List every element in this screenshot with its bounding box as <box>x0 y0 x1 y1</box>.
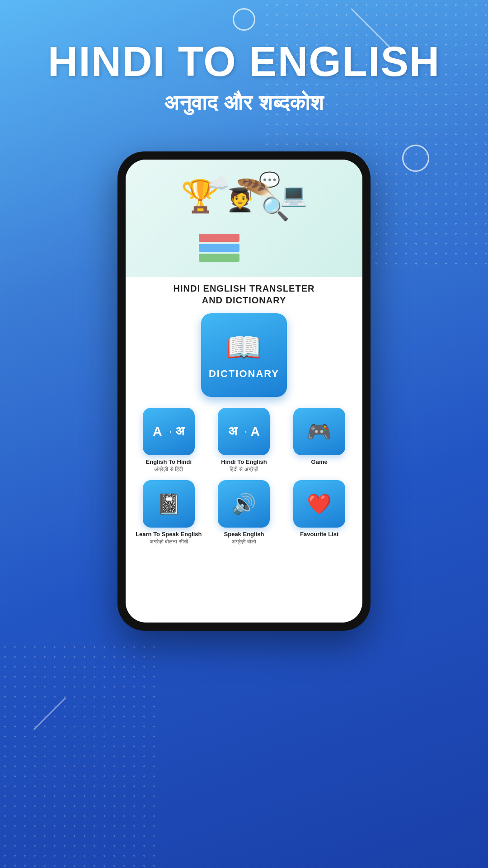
game-label: Game <box>311 458 328 466</box>
app-title-inner: HINDI ENGLISH TRANSLETER AND DICTIONARY <box>164 277 324 309</box>
english-to-hindi-button[interactable]: A → अ <box>143 408 195 455</box>
game-icon: 🎮 <box>307 420 332 443</box>
english-to-hindi-label: English To Hindi <box>146 458 192 466</box>
learn-to-speak-label: Learn To Speak English <box>136 531 202 538</box>
feature-learn-to-speak: 📓 Learn To Speak English अंग्रेज़ी बोलना… <box>135 480 203 545</box>
books-stack <box>199 234 239 264</box>
scene-container: 🏆 ☁️ 💬 🧑‍🎓 🪶 🔍 💻 <box>172 169 316 268</box>
app-title-text: HINDI ENGLISH TRANSLETER AND DICTIONARY <box>174 283 315 306</box>
hindi-to-english-icon: अ → A <box>228 424 260 439</box>
feature-favourite-list: ❤️ Favourite List <box>285 480 353 545</box>
speak-english-button[interactable]: 🔊 <box>218 480 270 528</box>
dict-btn-container: 📖 DICTIONARY <box>201 313 287 397</box>
learn-to-speak-button[interactable]: 📓 <box>143 480 195 528</box>
dict-book-icon: 📖 <box>226 330 262 364</box>
feature-game: 🎮 Game <box>285 408 353 473</box>
feature-hindi-to-english: अ → A Hindi To English हिंदी से अंग्रेज़… <box>210 408 278 473</box>
phone-screen: 🏆 ☁️ 💬 🧑‍🎓 🪶 🔍 💻 <box>126 160 362 623</box>
phone-frame: 🏆 ☁️ 💬 🧑‍🎓 🪶 🔍 💻 <box>117 151 371 631</box>
english-to-hindi-sublabel: अंग्रेज़ी से हिंदी <box>154 466 183 473</box>
subtitle: अनुवाद और शब्दकोश <box>0 90 488 115</box>
hindi-to-english-label: Hindi To English <box>221 458 267 466</box>
hindi-to-english-sublabel: हिंदी से अंग्रेज़ी <box>230 466 258 473</box>
dictionary-label: DICTIONARY <box>209 368 279 380</box>
speaker-icon: 🔊 <box>231 492 256 516</box>
dictionary-button[interactable]: 📖 DICTIONARY <box>201 313 287 397</box>
feature-speak-english: 🔊 Speak English अंग्रेज़ी बोलो <box>210 480 278 545</box>
main-title: HINDI TO ENGLISH <box>0 41 488 82</box>
favourite-list-button[interactable]: ❤️ <box>293 480 345 528</box>
feature-grid: A → अ English To Hindi अंग्रेज़ी से हिंद… <box>126 397 362 550</box>
heart-icon: ❤️ <box>307 492 332 516</box>
game-button[interactable]: 🎮 <box>293 408 345 455</box>
header-section: HINDI TO ENGLISH अनुवाद और शब्दकोश <box>0 0 488 115</box>
hindi-to-english-button[interactable]: अ → A <box>218 408 270 455</box>
dots-pattern-bottom <box>0 642 158 868</box>
person-laptop-icon: 💻 <box>280 182 307 208</box>
speak-english-label: Speak English <box>224 531 264 538</box>
favourite-list-label: Favourite List <box>300 531 338 538</box>
feature-english-to-hindi: A → अ English To Hindi अंग्रेज़ी से हिंद… <box>135 408 203 473</box>
learn-to-speak-sublabel: अंग्रेज़ी बोलना सीखें <box>150 538 188 546</box>
learn-book-icon: 📓 <box>156 492 181 516</box>
phone-container: 🏆 ☁️ 💬 🧑‍🎓 🪶 🔍 💻 <box>0 151 488 631</box>
hero-illustration: 🏆 ☁️ 💬 🧑‍🎓 🪶 🔍 💻 <box>126 160 362 277</box>
english-to-hindi-icon: A → अ <box>153 424 184 439</box>
speak-english-sublabel: अंग्रेज़ी बोलो <box>232 538 256 546</box>
